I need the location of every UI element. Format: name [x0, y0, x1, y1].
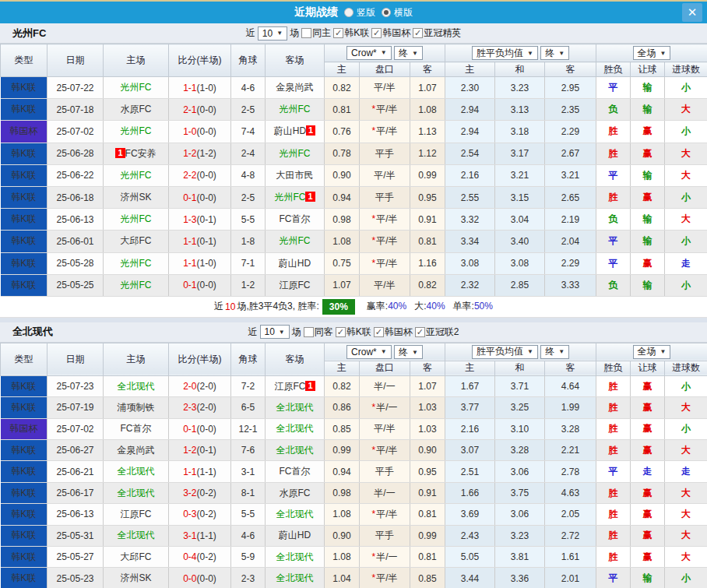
match-row: 韩K联25-06-21全北现代1-1(1-1)3-1FC首尔0.94平手0.95… [1, 461, 707, 482]
league-checkbox-1[interactable]: ✓韩国杯 [371, 26, 410, 40]
league-checkbox-2[interactable]: ✓亚冠联2 [415, 326, 459, 339]
avg-away-cell: 2.21 [545, 440, 596, 461]
result-flag: 大 [681, 148, 691, 159]
radio-icon[interactable] [344, 8, 354, 17]
result-flag: 输 [643, 280, 652, 290]
red-card-badge: 1 [305, 192, 315, 202]
odds-provider-select[interactable]: Crow*▼ [346, 46, 392, 60]
avg-home-cell: 1.67 [445, 375, 495, 396]
away-team-cell: 光州FC [266, 143, 325, 164]
unchecked-checkbox-icon[interactable] [304, 327, 314, 337]
result-wdl-cell: 胜 [596, 375, 631, 396]
result-goals-cell: 走 [665, 461, 707, 482]
result-flag: 平 [609, 572, 618, 583]
avg-away-cell: 2.95 [545, 77, 596, 99]
home-team-cell: 光州FC [104, 77, 169, 99]
checked-checkbox-icon[interactable]: ✓ [371, 28, 382, 38]
away-odds-cell: 0.95 [410, 186, 445, 208]
score-cell: 1-0(0-0) [169, 121, 231, 143]
score-cell: 1-3(0-1) [169, 209, 231, 231]
avg-home-cell: 2.94 [445, 121, 495, 143]
date-cell: 25-05-31 [47, 525, 104, 546]
home-team-cell: 光州FC [104, 274, 169, 296]
match-count-select[interactable]: 10▼ [258, 26, 287, 40]
focus-team-name: 全北现代 [276, 551, 314, 562]
results-table: 类型日期主场比分(半场)角球客场Crow*▼ 终▼胜平负均值▼ 终▼全场▼主盘口… [0, 44, 707, 297]
avg-home-cell: 2.94 [445, 99, 495, 121]
changed-odds-star: * [371, 509, 375, 519]
away-odds-cell: 1.07 [410, 77, 445, 99]
checked-checkbox-icon[interactable]: ✓ [333, 28, 343, 38]
odds-provider-select-value: Crow* [351, 48, 377, 58]
fulltime-score: 2-2 [183, 170, 196, 181]
avg-wdl-select[interactable]: 胜平负均值▼ [472, 345, 538, 359]
away-team-cell: 大田市民 [266, 164, 325, 186]
avg-wdl-select[interactable]: 胜平负均值▼ [472, 46, 538, 60]
avg-away-cell: 1.99 [545, 397, 596, 418]
scope-select[interactable]: 全场▼ [633, 46, 671, 60]
result-wdl-cell: 胜 [596, 397, 631, 418]
team-name: 济州SK [120, 572, 151, 583]
league-checkbox-0[interactable]: ✓韩K联 [336, 326, 371, 339]
home-odds-cell: 0.94 [325, 186, 360, 208]
handicap-cell: 平手 [360, 143, 410, 164]
match-row: 韩K联25-06-18济州SK0-1(0-0)2-5光州FC10.94平手0.9… [1, 186, 707, 208]
league-checkbox-2-label: 亚冠精英 [424, 26, 461, 40]
odds-final-select[interactable]: 终▼ [394, 46, 423, 60]
league-checkbox-1[interactable]: ✓韩国杯 [374, 326, 413, 339]
avg-home-cell: 2.51 [445, 461, 495, 482]
scope-group-header: 全场▼ [596, 44, 707, 62]
checked-checkbox-icon[interactable]: ✓ [374, 327, 384, 337]
result-goals-cell: 大 [665, 397, 707, 418]
scope-select-value: 全场 [638, 47, 656, 60]
away-team-cell: 江原FC [266, 274, 325, 296]
match-count-select[interactable]: 10▼ [260, 325, 290, 339]
summary-row: 近10场,胜3平4负3, 胜率:30%赢率:40%大:40%单率:50% [0, 297, 707, 318]
match-count-select-value: 10 [262, 28, 273, 39]
fulltime-score: 2-1 [183, 104, 196, 115]
odds-group-header: Crow*▼ 终▼ [325, 343, 445, 361]
avg-home-cell: 3.08 [445, 252, 495, 274]
home-team-cell: 光州FC [104, 209, 169, 231]
avg-away-cell: 1.61 [545, 547, 596, 568]
page-title: 近期战绩 [294, 5, 338, 19]
close-icon[interactable]: ✕ [682, 3, 702, 22]
same-venue-checkbox[interactable]: 同客 [304, 326, 333, 339]
handicap-cell: *半/一 [360, 397, 410, 418]
scope-select[interactable]: 全场▼ [633, 345, 671, 359]
checked-checkbox-icon[interactable]: ✓ [413, 28, 423, 38]
match-type-cell: 韩K联 [1, 186, 47, 208]
result-flag: 大 [681, 488, 691, 498]
date-cell: 25-07-02 [47, 418, 104, 439]
avg-away-cell: 3.21 [545, 164, 596, 186]
result-handicap-cell: 赢 [631, 418, 665, 439]
match-type-cell: 韩K联 [1, 231, 47, 252]
avg-home-cell: 2.43 [445, 525, 495, 546]
avg-final-select[interactable]: 终▼ [540, 46, 569, 60]
home-odds-cell: 1.08 [325, 547, 360, 568]
away-team-cell: FC首尔 [266, 209, 325, 231]
sub-column-header: 客 [410, 62, 445, 77]
odds-final-select[interactable]: 终▼ [394, 345, 423, 359]
radio-selected-icon[interactable] [382, 8, 391, 17]
checked-checkbox-icon[interactable]: ✓ [415, 327, 425, 337]
unchecked-checkbox-icon[interactable] [301, 28, 311, 38]
checked-checkbox-icon[interactable]: ✓ [336, 327, 346, 337]
radio-vertical-layout[interactable]: 竖版 [344, 6, 375, 19]
radio-horizontal-layout[interactable]: 横版 [382, 6, 413, 19]
column-header: 比分(半场) [169, 343, 231, 375]
result-flag: 大 [681, 509, 691, 519]
halftime-score: (0-1) [197, 445, 216, 456]
result-wdl-cell: 平 [596, 77, 631, 99]
column-header: 客场 [266, 343, 325, 375]
league-checkbox-2[interactable]: ✓亚冠精英 [413, 26, 461, 40]
away-odds-cell: 0.91 [410, 209, 445, 231]
league-checkbox-0[interactable]: ✓韩K联 [333, 26, 369, 40]
same-venue-checkbox[interactable]: 同主 [301, 26, 331, 40]
odds-provider-select[interactable]: Crow*▼ [346, 345, 392, 359]
handicap-cell: *半/一 [360, 547, 410, 568]
chevron-down-icon: ▼ [276, 30, 283, 37]
avg-final-select[interactable]: 终▼ [540, 345, 569, 359]
home-odds-cell: 0.81 [325, 99, 360, 121]
score-cell: 1-2(0-1) [169, 440, 231, 461]
